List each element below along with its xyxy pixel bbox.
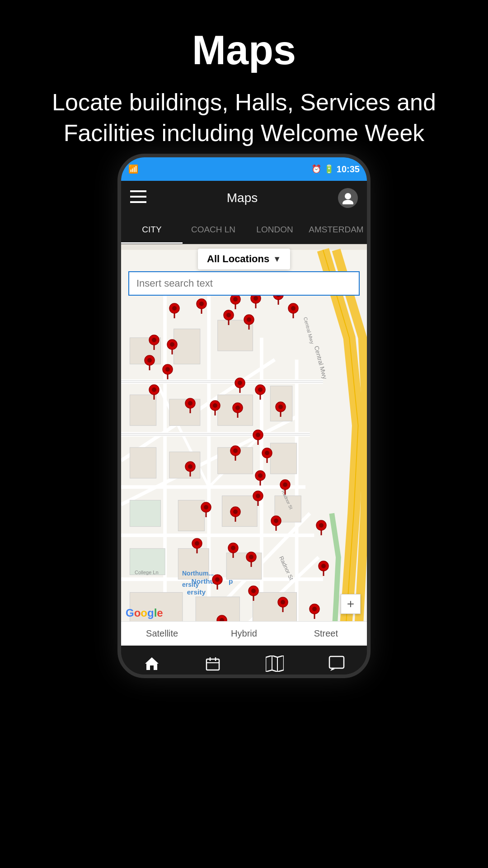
google-logo: Google (126, 607, 163, 619)
map-pin-23[interactable] (184, 461, 196, 478)
svg-point-126 (281, 600, 285, 604)
svg-point-120 (321, 564, 326, 568)
dropdown-label: All Locations (207, 253, 269, 265)
svg-text:p: p (229, 577, 233, 585)
map-pin-34[interactable] (318, 561, 329, 578)
map-pin-20[interactable] (252, 429, 264, 447)
svg-point-90 (278, 405, 283, 409)
map-pin-9[interactable] (148, 335, 160, 352)
map-pin-21[interactable] (230, 445, 241, 462)
svg-point-118 (249, 555, 253, 559)
svg-point-110 (274, 519, 278, 523)
svg-point-88 (235, 406, 240, 410)
svg-point-56 (199, 302, 204, 306)
map-pin-8[interactable] (243, 314, 255, 331)
app-header: Maps (121, 181, 367, 215)
svg-point-104 (256, 494, 260, 498)
svg-point-124 (251, 589, 256, 593)
map-pin-2[interactable] (196, 298, 207, 316)
map-pin-3[interactable] (230, 294, 241, 311)
map-type-street[interactable]: Street (285, 628, 367, 639)
tab-city[interactable]: CITY (121, 215, 183, 244)
hamburger-menu[interactable] (130, 190, 146, 206)
svg-point-82 (152, 387, 156, 392)
svg-point-74 (147, 358, 152, 363)
map-pin-16[interactable] (184, 398, 196, 415)
svg-point-58 (233, 297, 238, 302)
map-pin-33[interactable] (245, 552, 257, 569)
nav-map[interactable] (266, 656, 284, 672)
map-pin-28[interactable] (230, 506, 241, 524)
map-pin-22[interactable] (261, 448, 273, 465)
svg-point-4 (343, 200, 353, 204)
svg-point-3 (345, 193, 351, 199)
map-pin-26[interactable] (252, 491, 264, 508)
svg-point-76 (165, 367, 170, 372)
profile-button[interactable] (338, 188, 358, 208)
map-pin-6[interactable] (287, 303, 299, 320)
svg-point-122 (215, 577, 220, 582)
tab-amsterdam[interactable]: AMSTERDAM (305, 215, 367, 244)
zoom-in-button[interactable]: + (341, 594, 361, 614)
map-pin-31[interactable] (191, 538, 203, 555)
svg-point-86 (213, 403, 217, 408)
wifi-icon: 📶 (128, 164, 138, 174)
map-pin-25[interactable] (279, 479, 291, 496)
svg-rect-35 (270, 443, 296, 474)
map-pin-13[interactable] (234, 377, 246, 395)
svg-point-54 (172, 306, 177, 311)
phone-frame: 📶 ⏰ 🔋 10:35 Maps CITY (117, 154, 371, 678)
nav-chat[interactable] (328, 656, 345, 672)
search-input[interactable] (128, 271, 360, 296)
tab-london[interactable]: LONDON (244, 215, 305, 244)
nav-calendar[interactable] (205, 656, 221, 672)
map-pin-17[interactable] (209, 400, 221, 417)
svg-point-116 (231, 546, 235, 550)
svg-point-68 (247, 317, 251, 322)
status-right: ⏰ 🔋 10:35 (311, 164, 360, 175)
svg-point-114 (195, 541, 199, 546)
svg-point-60 (253, 296, 258, 301)
map-pin-10[interactable] (166, 339, 178, 356)
map-pin-36[interactable] (248, 585, 259, 603)
tab-coach-ln[interactable]: COACH LN (183, 215, 244, 244)
svg-point-70 (152, 338, 156, 342)
map-pin-27[interactable] (200, 502, 212, 519)
svg-rect-138 (329, 656, 344, 668)
map-type-satellite[interactable]: Satellite (121, 628, 203, 639)
map-svg: Central Mwy Radnor St College Ln College… (121, 244, 367, 646)
map-pin-19[interactable] (275, 401, 286, 419)
map-pin-12[interactable] (162, 364, 174, 381)
svg-rect-131 (206, 659, 219, 670)
map-pin-18[interactable] (232, 402, 244, 420)
map-type-hybrid[interactable]: Hybrid (203, 628, 285, 639)
map-pin-35[interactable] (211, 574, 223, 591)
nav-home[interactable] (144, 656, 160, 672)
map-container[interactable]: Central Mwy Radnor St College Ln College… (121, 244, 367, 646)
alarm-icon: ⏰ (311, 164, 321, 174)
svg-point-98 (188, 464, 192, 469)
page-subtitle: Locate buildings, Halls, Services and Fa… (36, 87, 452, 148)
map-pin-29[interactable] (270, 515, 282, 533)
location-dropdown[interactable]: All Locations ▼ (198, 249, 290, 269)
map-pin-24[interactable] (254, 470, 266, 487)
svg-point-94 (233, 448, 238, 453)
svg-point-112 (319, 523, 324, 528)
status-bar: 📶 ⏰ 🔋 10:35 (121, 157, 367, 181)
svg-point-72 (170, 342, 174, 347)
map-pin-7[interactable] (223, 310, 235, 327)
search-box (128, 271, 360, 296)
map-pin-37[interactable] (277, 597, 289, 614)
map-pin-15[interactable] (148, 384, 160, 401)
map-pin-14[interactable] (254, 384, 266, 401)
svg-point-102 (283, 482, 287, 487)
svg-point-64 (291, 306, 296, 311)
map-pin-30[interactable] (315, 520, 327, 537)
map-pin-32[interactable] (227, 542, 239, 560)
svg-rect-0 (130, 190, 146, 192)
map-pin-38[interactable] (309, 604, 320, 621)
svg-point-66 (226, 313, 231, 317)
map-pin-1[interactable] (169, 303, 180, 320)
map-pin-11[interactable] (144, 355, 155, 372)
svg-marker-135 (266, 656, 284, 672)
